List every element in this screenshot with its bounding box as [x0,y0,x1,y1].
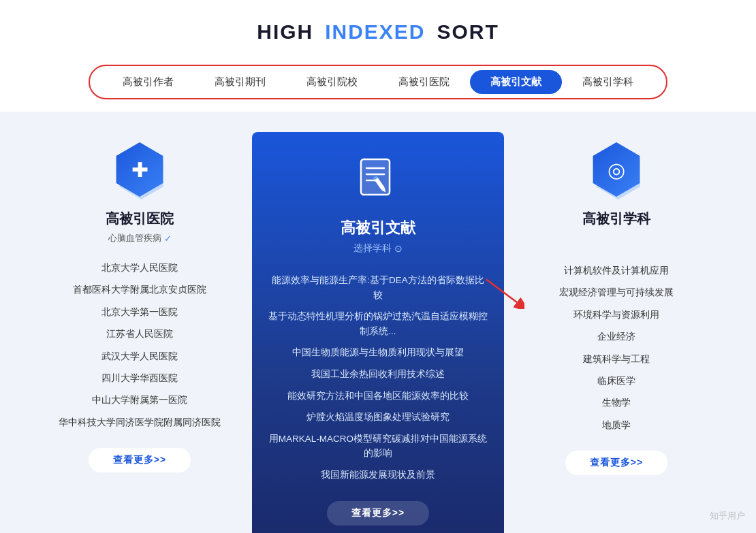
list-item[interactable]: 北京大学第一医院 [41,301,238,323]
center-panel-subtitle[interactable]: 选择学科 ⊙ [353,242,403,255]
red-arrow [484,275,524,309]
center-panel-list: 能源效率与能源生产率:基于DEA方法的省际数据比较 基于动态特性机理分析的锅炉过… [268,270,488,486]
title-indexed: INDEXED [325,20,425,43]
page-header: HIGH INDEXED SORT [0,0,756,58]
list-item[interactable]: 基于动态特性机理分析的锅炉过热汽温自适应模糊控制系统... [268,306,488,342]
list-item[interactable]: 建筑科学与工程 [518,348,715,370]
svg-line-8 [486,279,517,302]
center-panel: 高被引文献 选择学科 ⊙ 能源效率与能源生产率:基于DEA方法的省际数据比较 基… [252,132,504,533]
right-panel-more-button[interactable]: 查看更多>> [565,451,667,475]
list-item[interactable]: 宏观经济管理与可持续发展 [518,281,715,303]
list-item[interactable]: 炉膛火焰温度场图象处理试验研究 [268,406,488,428]
tab-discipline[interactable]: 高被引学科 [562,70,654,94]
right-panel-list: 计算机软件及计算机应用 宏观经济管理与可持续发展 环境科学与资源利用 企业经济 … [518,259,715,436]
title-sort: SORT [437,20,499,43]
main-content: ✚ 高被引医院 心脑血管疾病 ✓ 北京大学人民医院 首都医科大学附属北京安贞医院… [0,112,756,533]
list-item[interactable]: 我国工业余热回收利用技术综述 [268,364,488,385]
subtitle-text: 心脑血管疾病 [108,232,161,244]
left-panel-subtitle: 心脑血管疾病 ✓ [108,232,172,244]
tab-literature[interactable]: 高被引文献 [470,70,562,94]
list-item[interactable]: 计算机软件及计算机应用 [518,259,715,281]
right-panel: ◎ 高被引学科 计算机软件及计算机应用 宏观经济管理与可持续发展 环境科学与资源… [504,132,729,482]
center-panel-title: 高被引文献 [341,218,415,238]
list-item[interactable]: 企业经济 [518,325,715,347]
list-item[interactable]: 中国生物质能源与生物质利用现状与展望 [268,342,488,364]
left-panel-more-button[interactable]: 查看更多>> [89,448,191,472]
left-panel-list: 北京大学人民医院 首都医科大学附属北京安贞医院 北京大学第一医院 江苏省人民医院… [41,257,238,433]
left-panel-title: 高被引医院 [106,210,174,228]
list-item[interactable]: 能效研究方法和中国各地区能源效率的比较 [268,385,488,407]
tab-author[interactable]: 高被引作者 [102,70,194,94]
left-panel-hex-icon: ✚ [109,139,170,200]
tab-institution[interactable]: 高被引院校 [286,70,378,94]
center-panel-icon [351,152,405,207]
check-icon: ✓ [164,233,172,244]
subtitle-text: 选择学科 [353,242,392,255]
list-item[interactable]: 能源效率与能源生产率:基于DEA方法的省际数据比较 [268,270,488,306]
tab-hospital[interactable]: 高被引医院 [378,70,470,94]
tabs-wrapper: 高被引作者 高被引期刊 高被引院校 高被引医院 高被引文献 高被引学科 [0,58,756,112]
list-item[interactable]: 临床医学 [518,370,715,391]
dropdown-icon: ⊙ [394,243,403,254]
list-item[interactable]: 四川大学华西医院 [41,367,238,389]
list-item[interactable]: 首都医科大学附属北京安贞医院 [41,278,238,300]
list-item[interactable]: 用MARKAL-MACRO模型研究碳减排对中国能源系统的影响 [268,428,488,464]
list-item[interactable]: 武汉大学人民医院 [41,345,238,367]
list-item[interactable]: 中山大学附属第一医院 [41,389,238,410]
title-high: HIGH [257,20,313,43]
center-panel-more-button[interactable]: 查看更多>> [327,501,429,526]
list-item[interactable]: 江苏省人民医院 [41,323,238,344]
watermark: 知乎用户 [710,510,745,522]
list-item[interactable]: 我国新能源发展现状及前景 [268,464,488,486]
tab-journal[interactable]: 高被引期刊 [194,70,286,94]
list-item[interactable]: 环境科学与资源利用 [518,304,715,325]
list-item[interactable]: 北京大学人民医院 [41,257,238,278]
left-panel: ✚ 高被引医院 心脑血管疾病 ✓ 北京大学人民医院 首都医科大学附属北京安贞医院… [27,132,252,479]
document-edit-icon [354,156,402,204]
discipline-icon: ◎ [608,158,625,182]
right-panel-title: 高被引学科 [582,210,650,228]
list-item[interactable]: 华中科技大学同济医学院附属同济医院 [41,411,238,433]
hospital-icon: ✚ [131,158,148,182]
right-panel-hex-icon: ◎ [586,139,647,200]
list-item[interactable]: 生物学 [518,391,715,413]
tabs-container: 高被引作者 高被引期刊 高被引院校 高被引医院 高被引文献 高被引学科 [89,65,667,99]
list-item[interactable]: 地质学 [518,414,715,436]
